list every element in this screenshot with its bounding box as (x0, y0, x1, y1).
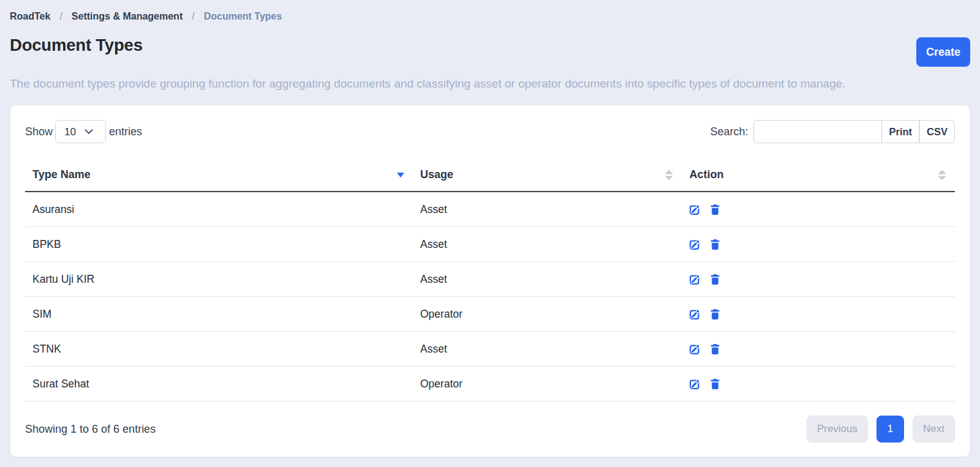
search-label: Search: (710, 125, 748, 138)
delete-button[interactable] (710, 239, 720, 250)
page-description: The document types provide grouping func… (10, 77, 970, 91)
page-size-select[interactable]: 10 (55, 120, 106, 143)
column-header-usage[interactable]: Usage (413, 159, 682, 192)
table-controls: Show 10 entries Search: Print CSV (25, 120, 955, 143)
pencil-square-icon (689, 204, 701, 215)
edit-button[interactable] (689, 343, 701, 355)
csv-button[interactable]: CSV (919, 120, 955, 143)
type-name-cell: STNK (25, 332, 413, 367)
trash-icon (710, 239, 720, 250)
page-header: Document Types Create (10, 35, 970, 67)
usage-cell: Operator (413, 367, 682, 402)
usage-cell: Operator (413, 297, 682, 332)
column-header-label: Usage (420, 168, 453, 181)
table-row: BPKBAsset (25, 227, 955, 262)
delete-button[interactable] (710, 343, 720, 355)
edit-button[interactable] (689, 308, 701, 320)
column-header-label: Action (689, 168, 723, 181)
table-row: AsuransiAsset (25, 192, 955, 227)
show-label: Show (25, 125, 53, 138)
previous-page-button[interactable]: Previous (807, 416, 868, 443)
trash-icon (710, 378, 720, 390)
page-size-control: Show 10 entries (25, 120, 142, 143)
column-header-type-name[interactable]: Type Name (25, 159, 413, 192)
delete-button[interactable] (710, 308, 720, 320)
column-header-action[interactable]: Action (682, 159, 955, 192)
triangles-up-down-icon (665, 170, 673, 180)
create-button[interactable]: Create (916, 37, 970, 67)
type-name-cell: BPKB (25, 227, 413, 262)
breadcrumb-separator: / (59, 11, 62, 22)
table-row: SIMOperator (25, 297, 955, 332)
action-cell (682, 367, 955, 402)
pencil-square-icon (689, 274, 701, 285)
entries-label: entries (109, 125, 142, 138)
delete-button[interactable] (710, 378, 720, 390)
print-button[interactable]: Print (882, 120, 919, 143)
table-row: Kartu Uji KIRAsset (25, 262, 955, 297)
edit-button[interactable] (689, 274, 701, 285)
edit-button[interactable] (689, 239, 701, 250)
breadcrumb-item-settings-management[interactable]: Settings & Management (72, 11, 183, 22)
edit-button[interactable] (689, 204, 701, 215)
document-types-table: Type Name Usage Action AsuransiAssetBPKB… (25, 159, 955, 402)
document-types-card: Show 10 entries Search: Print CSV (10, 105, 970, 457)
page: RoadTek / Settings & Management / Docume… (0, 11, 980, 457)
usage-cell: Asset (413, 332, 682, 367)
table-header-row: Type Name Usage Action (25, 159, 955, 192)
breadcrumb-item-roadtek[interactable]: RoadTek (10, 11, 50, 22)
usage-cell: Asset (413, 262, 682, 297)
type-name-cell: Kartu Uji KIR (25, 262, 413, 297)
trash-icon (710, 274, 720, 285)
next-page-button[interactable]: Next (913, 416, 955, 443)
trash-icon (710, 343, 720, 355)
edit-button[interactable] (689, 378, 701, 390)
type-name-cell: Surat Sehat (25, 367, 413, 402)
triangle-down-icon (397, 173, 404, 177)
type-name-cell: Asuransi (25, 192, 413, 227)
usage-cell: Asset (413, 192, 682, 227)
pagination: Previous 1 Next (807, 416, 955, 443)
table-row: Surat SehatOperator (25, 367, 955, 402)
column-header-label: Type Name (32, 168, 91, 181)
page-title: Document Types (10, 35, 143, 55)
page-1-button[interactable]: 1 (876, 416, 904, 443)
search-export-controls: Search: Print CSV (710, 120, 955, 143)
table-footer: Showing 1 to 6 of 6 entries Previous 1 N… (25, 416, 955, 443)
action-cell (682, 297, 955, 332)
pencil-square-icon (689, 308, 701, 320)
usage-cell: Asset (413, 227, 682, 262)
action-cell (682, 192, 955, 227)
breadcrumb-item-document-types: Document Types (204, 11, 282, 22)
action-cell (682, 332, 955, 367)
trash-icon (710, 308, 720, 320)
breadcrumb: RoadTek / Settings & Management / Docume… (10, 11, 970, 22)
search-input[interactable] (753, 120, 882, 143)
pencil-square-icon (689, 239, 701, 250)
delete-button[interactable] (710, 204, 720, 215)
pencil-square-icon (689, 378, 701, 390)
triangles-up-down-icon (938, 170, 946, 180)
trash-icon (710, 204, 720, 215)
action-cell (682, 262, 955, 297)
breadcrumb-separator: / (192, 11, 194, 22)
pencil-square-icon (689, 343, 701, 355)
page-size-select-wrap: 10 (55, 120, 106, 143)
type-name-cell: SIM (25, 297, 413, 332)
delete-button[interactable] (710, 274, 720, 285)
action-cell (682, 227, 955, 262)
entries-summary: Showing 1 to 6 of 6 entries (25, 423, 156, 436)
table-body: AsuransiAssetBPKBAssetKartu Uji KIRAsset… (25, 192, 955, 402)
table-row: STNKAsset (25, 332, 955, 367)
